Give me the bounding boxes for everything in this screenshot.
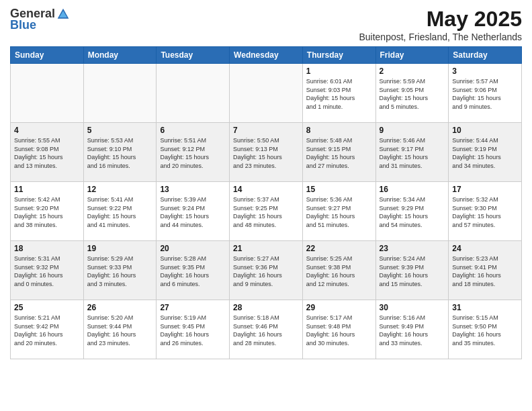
day-cell bbox=[11, 64, 84, 123]
day-number: 4 bbox=[14, 126, 80, 135]
day-cell: 12Sunrise: 5:41 AM Sunset: 9:22 PM Dayli… bbox=[83, 182, 157, 241]
week-row-3: 11Sunrise: 5:42 AM Sunset: 9:20 PM Dayli… bbox=[11, 182, 522, 241]
day-number: 9 bbox=[380, 126, 445, 135]
header-thursday: Thursday bbox=[302, 47, 375, 64]
day-number: 31 bbox=[452, 303, 518, 312]
day-number: 12 bbox=[87, 185, 153, 194]
day-cell: 20Sunrise: 5:28 AM Sunset: 9:35 PM Dayli… bbox=[157, 241, 230, 300]
day-cell: 26Sunrise: 5:20 AM Sunset: 9:44 PM Dayli… bbox=[83, 300, 157, 359]
header-tuesday: Tuesday bbox=[157, 47, 230, 64]
logo: General Blue bbox=[10, 7, 70, 32]
day-number: 14 bbox=[233, 185, 299, 194]
header: General Blue May 2025 Buitenpost, Friesl… bbox=[10, 7, 522, 42]
day-info: Sunrise: 5:19 AM Sunset: 9:45 PM Dayligh… bbox=[160, 314, 226, 347]
day-info: Sunrise: 5:25 AM Sunset: 9:38 PM Dayligh… bbox=[306, 255, 372, 288]
day-info: Sunrise: 6:01 AM Sunset: 9:03 PM Dayligh… bbox=[306, 77, 372, 111]
day-info: Sunrise: 5:20 AM Sunset: 9:44 PM Dayligh… bbox=[87, 314, 153, 347]
day-number: 6 bbox=[160, 126, 226, 135]
day-number: 5 bbox=[87, 126, 153, 135]
header-friday: Friday bbox=[375, 47, 449, 64]
header-sunday: Sunday bbox=[11, 47, 84, 64]
day-number: 3 bbox=[452, 66, 518, 76]
day-number: 27 bbox=[160, 303, 226, 312]
day-number: 19 bbox=[87, 244, 153, 253]
header-wednesday: Wednesday bbox=[230, 47, 303, 64]
day-cell: 7Sunrise: 5:50 AM Sunset: 9:13 PM Daylig… bbox=[230, 123, 303, 182]
day-info: Sunrise: 5:46 AM Sunset: 9:17 PM Dayligh… bbox=[380, 136, 445, 170]
day-info: Sunrise: 5:23 AM Sunset: 9:41 PM Dayligh… bbox=[452, 255, 518, 288]
day-info: Sunrise: 5:32 AM Sunset: 9:30 PM Dayligh… bbox=[452, 195, 518, 229]
day-number: 8 bbox=[306, 126, 372, 135]
day-number: 30 bbox=[380, 303, 445, 312]
day-cell: 17Sunrise: 5:32 AM Sunset: 9:30 PM Dayli… bbox=[449, 182, 522, 241]
day-cell: 13Sunrise: 5:39 AM Sunset: 9:24 PM Dayli… bbox=[157, 182, 230, 241]
day-cell: 23Sunrise: 5:24 AM Sunset: 9:39 PM Dayli… bbox=[375, 241, 449, 300]
logo-icon bbox=[56, 7, 70, 21]
day-cell: 21Sunrise: 5:27 AM Sunset: 9:36 PM Dayli… bbox=[230, 241, 303, 300]
page: General Blue May 2025 Buitenpost, Friesl… bbox=[0, 0, 532, 366]
day-number: 28 bbox=[233, 303, 299, 312]
day-info: Sunrise: 5:15 AM Sunset: 9:50 PM Dayligh… bbox=[452, 314, 518, 347]
day-cell: 6Sunrise: 5:51 AM Sunset: 9:12 PM Daylig… bbox=[157, 123, 230, 182]
day-number: 2 bbox=[380, 66, 445, 76]
day-number: 11 bbox=[14, 185, 80, 194]
day-cell: 10Sunrise: 5:44 AM Sunset: 9:19 PM Dayli… bbox=[449, 123, 522, 182]
day-cell: 27Sunrise: 5:19 AM Sunset: 9:45 PM Dayli… bbox=[157, 300, 230, 359]
day-number: 22 bbox=[306, 244, 372, 253]
day-info: Sunrise: 5:57 AM Sunset: 9:06 PM Dayligh… bbox=[452, 77, 518, 111]
day-number: 29 bbox=[306, 303, 372, 312]
day-cell: 14Sunrise: 5:37 AM Sunset: 9:25 PM Dayli… bbox=[230, 182, 303, 241]
day-cell bbox=[230, 64, 303, 123]
week-row-2: 4Sunrise: 5:55 AM Sunset: 9:08 PM Daylig… bbox=[11, 123, 522, 182]
day-number: 1 bbox=[306, 66, 372, 76]
day-info: Sunrise: 5:34 AM Sunset: 9:29 PM Dayligh… bbox=[380, 195, 445, 229]
day-number: 20 bbox=[160, 244, 226, 253]
week-row-4: 18Sunrise: 5:31 AM Sunset: 9:32 PM Dayli… bbox=[11, 241, 522, 300]
day-cell: 29Sunrise: 5:17 AM Sunset: 9:48 PM Dayli… bbox=[302, 300, 375, 359]
day-info: Sunrise: 5:50 AM Sunset: 9:13 PM Dayligh… bbox=[233, 136, 299, 170]
day-cell: 9Sunrise: 5:46 AM Sunset: 9:17 PM Daylig… bbox=[375, 123, 449, 182]
header-monday: Monday bbox=[83, 47, 157, 64]
day-cell: 5Sunrise: 5:53 AM Sunset: 9:10 PM Daylig… bbox=[83, 123, 157, 182]
day-number: 17 bbox=[452, 185, 518, 194]
day-info: Sunrise: 5:21 AM Sunset: 9:42 PM Dayligh… bbox=[14, 314, 80, 347]
day-number: 13 bbox=[160, 185, 226, 194]
day-info: Sunrise: 5:51 AM Sunset: 9:12 PM Dayligh… bbox=[160, 136, 226, 170]
day-number: 21 bbox=[233, 244, 299, 253]
day-cell: 1Sunrise: 6:01 AM Sunset: 9:03 PM Daylig… bbox=[302, 64, 375, 123]
day-info: Sunrise: 5:55 AM Sunset: 9:08 PM Dayligh… bbox=[14, 136, 80, 170]
day-cell: 31Sunrise: 5:15 AM Sunset: 9:50 PM Dayli… bbox=[449, 300, 522, 359]
day-cell: 30Sunrise: 5:16 AM Sunset: 9:49 PM Dayli… bbox=[375, 300, 449, 359]
day-cell: 19Sunrise: 5:29 AM Sunset: 9:33 PM Dayli… bbox=[83, 241, 157, 300]
day-cell: 25Sunrise: 5:21 AM Sunset: 9:42 PM Dayli… bbox=[11, 300, 84, 359]
day-info: Sunrise: 5:28 AM Sunset: 9:35 PM Dayligh… bbox=[160, 255, 226, 288]
day-number: 24 bbox=[452, 244, 518, 253]
calendar-table: SundayMondayTuesdayWednesdayThursdayFrid… bbox=[10, 46, 522, 359]
day-info: Sunrise: 5:24 AM Sunset: 9:39 PM Dayligh… bbox=[380, 255, 445, 288]
location: Buitenpost, Friesland, The Netherlands bbox=[359, 32, 522, 42]
day-info: Sunrise: 5:16 AM Sunset: 9:49 PM Dayligh… bbox=[380, 314, 445, 347]
day-number: 18 bbox=[14, 244, 80, 253]
day-info: Sunrise: 5:17 AM Sunset: 9:48 PM Dayligh… bbox=[306, 314, 372, 347]
header-saturday: Saturday bbox=[449, 47, 522, 64]
day-info: Sunrise: 5:29 AM Sunset: 9:33 PM Dayligh… bbox=[87, 255, 153, 288]
day-info: Sunrise: 5:42 AM Sunset: 9:20 PM Dayligh… bbox=[14, 195, 80, 229]
week-row-5: 25Sunrise: 5:21 AM Sunset: 9:42 PM Dayli… bbox=[11, 300, 522, 359]
day-info: Sunrise: 5:44 AM Sunset: 9:19 PM Dayligh… bbox=[452, 136, 518, 170]
day-cell: 24Sunrise: 5:23 AM Sunset: 9:41 PM Dayli… bbox=[449, 241, 522, 300]
day-info: Sunrise: 5:41 AM Sunset: 9:22 PM Dayligh… bbox=[87, 195, 153, 229]
day-cell: 3Sunrise: 5:57 AM Sunset: 9:06 PM Daylig… bbox=[449, 64, 522, 123]
day-cell: 18Sunrise: 5:31 AM Sunset: 9:32 PM Dayli… bbox=[11, 241, 84, 300]
day-info: Sunrise: 5:53 AM Sunset: 9:10 PM Dayligh… bbox=[87, 136, 153, 170]
day-cell: 2Sunrise: 5:59 AM Sunset: 9:05 PM Daylig… bbox=[375, 64, 449, 123]
day-number: 15 bbox=[306, 185, 372, 194]
day-info: Sunrise: 5:36 AM Sunset: 9:27 PM Dayligh… bbox=[306, 195, 372, 229]
day-cell: 15Sunrise: 5:36 AM Sunset: 9:27 PM Dayli… bbox=[302, 182, 375, 241]
calendar-header-row: SundayMondayTuesdayWednesdayThursdayFrid… bbox=[11, 47, 522, 64]
day-number: 7 bbox=[233, 126, 299, 135]
day-cell: 8Sunrise: 5:48 AM Sunset: 9:15 PM Daylig… bbox=[302, 123, 375, 182]
day-number: 10 bbox=[452, 126, 518, 135]
day-cell: 4Sunrise: 5:55 AM Sunset: 9:08 PM Daylig… bbox=[11, 123, 84, 182]
day-cell: 11Sunrise: 5:42 AM Sunset: 9:20 PM Dayli… bbox=[11, 182, 84, 241]
day-info: Sunrise: 5:48 AM Sunset: 9:15 PM Dayligh… bbox=[306, 136, 372, 170]
